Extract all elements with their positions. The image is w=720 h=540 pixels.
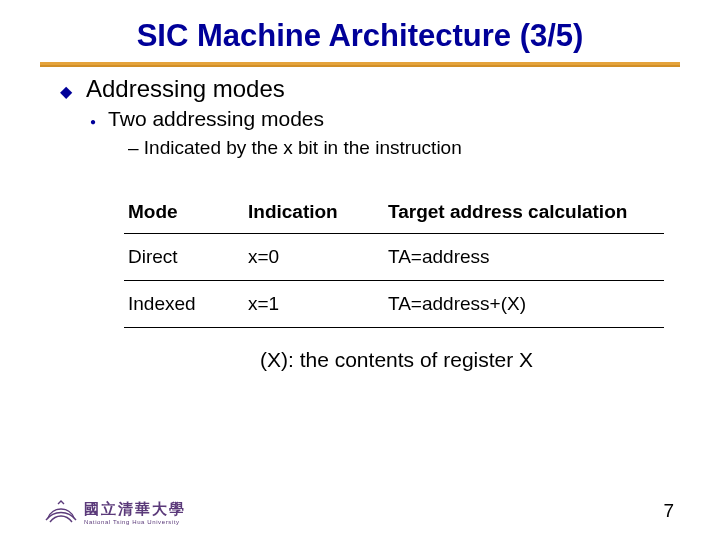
footnote-text: (X): the contents of register X bbox=[260, 348, 660, 372]
cell-indication: x=0 bbox=[244, 234, 384, 281]
bullet-level-3: – Indicated by the x bit in the instruct… bbox=[128, 137, 660, 159]
bullet-l2-text: Two addressing modes bbox=[108, 107, 324, 131]
slide-title: SIC Machine Architecture (3/5) bbox=[0, 0, 720, 54]
addressing-modes-table: Mode Indication Target address calculati… bbox=[124, 195, 664, 328]
table-row: Indexed x=1 TA=address+(X) bbox=[124, 281, 664, 328]
cell-indication: x=1 bbox=[244, 281, 384, 328]
th-indication: Indication bbox=[244, 195, 384, 233]
bullet-l1-text: Addressing modes bbox=[86, 75, 285, 103]
cell-target: TA=address+(X) bbox=[384, 281, 664, 328]
diamond-bullet-icon: ◆ bbox=[60, 82, 72, 101]
university-logo-icon bbox=[44, 500, 78, 526]
logo-text-cn: 國立清華大學 bbox=[84, 502, 186, 517]
th-target: Target address calculation bbox=[384, 195, 664, 233]
cell-mode: Indexed bbox=[124, 281, 244, 328]
bullet-level-2: ● Two addressing modes bbox=[90, 107, 660, 131]
cell-target: TA=address bbox=[384, 234, 664, 281]
bullet-level-1: ◆ Addressing modes bbox=[60, 75, 660, 103]
circle-bullet-icon: ● bbox=[90, 116, 96, 127]
logo-text-en: National Tsing Hua University bbox=[84, 519, 186, 525]
cell-mode: Direct bbox=[124, 234, 244, 281]
page-number: 7 bbox=[663, 500, 674, 522]
table-header-row: Mode Indication Target address calculati… bbox=[124, 195, 664, 233]
slide-content: ◆ Addressing modes ● Two addressing mode… bbox=[0, 65, 720, 372]
th-mode: Mode bbox=[124, 195, 244, 233]
table-row: Direct x=0 TA=address bbox=[124, 234, 664, 281]
footer-logo: 國立清華大學 National Tsing Hua University bbox=[44, 500, 186, 526]
